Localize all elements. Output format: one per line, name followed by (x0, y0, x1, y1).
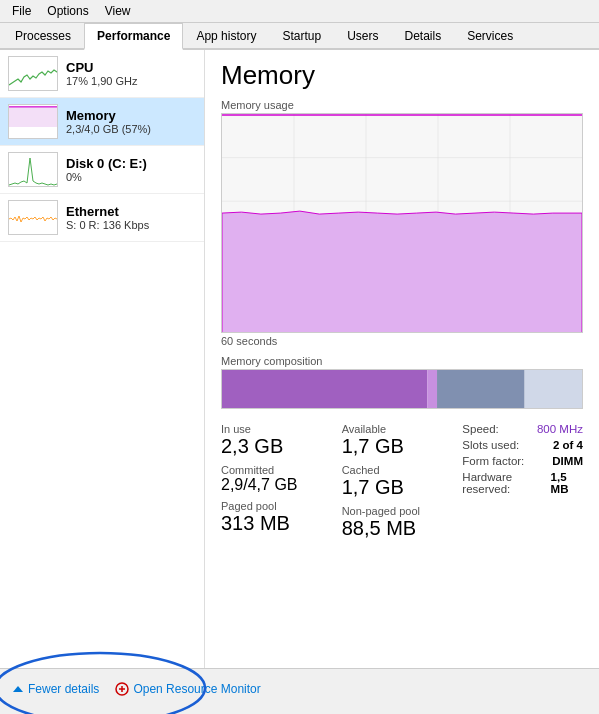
slots-row: Slots used: 2 of 4 (462, 439, 583, 451)
chevron-up-icon (12, 683, 24, 695)
memory-thumbnail (8, 104, 58, 139)
stat-col-1: In use 2,3 GB Committed 2,9/4,7 GB Paged… (221, 423, 342, 540)
resource-monitor-icon (115, 682, 129, 696)
cached-label: Cached (342, 464, 463, 476)
available-label: Available (342, 423, 463, 435)
stat-col-2: Available 1,7 GB Cached 1,7 GB Non-paged… (342, 423, 463, 540)
hw-reserved-value: 1,5 MB (551, 471, 583, 495)
speed-value: 800 MHz (537, 423, 583, 435)
detail-panel: Memory Memory usage (205, 50, 599, 668)
cpu-value: 17% 1,90 GHz (66, 75, 196, 87)
svg-rect-2 (9, 127, 58, 138)
sidebar-item-ethernet[interactable]: Ethernet S: 0 R: 136 Kbps (0, 194, 204, 242)
form-label: Form factor: (462, 455, 524, 467)
available-value: 1,7 GB (342, 435, 463, 458)
cpu-thumbnail (8, 56, 58, 91)
committed-label: Committed (221, 464, 342, 476)
non-paged-pool-value: 88,5 MB (342, 517, 463, 540)
bottom-wrapper: Fewer details Open Resource Monitor (0, 668, 599, 708)
form-value: DIMM (552, 455, 583, 467)
tab-services[interactable]: Services (454, 23, 526, 50)
menu-file[interactable]: File (4, 2, 39, 20)
sidebar-item-cpu[interactable]: CPU 17% 1,90 GHz (0, 50, 204, 98)
tab-users[interactable]: Users (334, 23, 391, 50)
usage-chart-box (221, 113, 583, 333)
stat-non-paged-pool: Non-paged pool 88,5 MB (342, 505, 463, 540)
svg-rect-13 (222, 370, 427, 408)
stat-committed: Committed 2,9/4,7 GB (221, 464, 342, 494)
committed-value: 2,9/4,7 GB (221, 476, 342, 494)
composition-label: Memory composition (221, 355, 583, 367)
detail-title: Memory (221, 60, 583, 91)
ethernet-name: Ethernet (66, 204, 196, 219)
menu-options[interactable]: Options (39, 2, 96, 20)
cached-value: 1,7 GB (342, 476, 463, 499)
in-use-label: In use (221, 423, 342, 435)
usage-label: Memory usage (221, 99, 583, 111)
ethernet-value: S: 0 R: 136 Kbps (66, 219, 196, 231)
usage-chart-section: Memory usage (221, 99, 583, 351)
menu-view[interactable]: View (97, 2, 139, 20)
tab-bar: Processes Performance App history Startu… (0, 23, 599, 50)
non-paged-pool-label: Non-paged pool (342, 505, 463, 517)
info-col: Speed: 800 MHz Slots used: 2 of 4 Form f… (462, 423, 583, 540)
fewer-details-label: Fewer details (28, 682, 99, 696)
stat-cached: Cached 1,7 GB (342, 464, 463, 499)
memory-info: Memory 2,3/4,0 GB (57%) (66, 108, 196, 135)
sidebar-item-disk[interactable]: Disk 0 (C: E:) 0% (0, 146, 204, 194)
sidebar-item-memory[interactable]: Memory 2,3/4,0 GB (57%) (0, 98, 204, 146)
svg-rect-16 (525, 370, 582, 408)
stat-in-use: In use 2,3 GB (221, 423, 342, 458)
hw-reserved-row: Hardware reserved: 1,5 MB (462, 471, 583, 495)
open-resource-monitor-button[interactable]: Open Resource Monitor (115, 682, 260, 696)
svg-rect-14 (427, 370, 437, 408)
in-use-value: 2,3 GB (221, 435, 342, 458)
speed-row: Speed: 800 MHz (462, 423, 583, 435)
menu-bar: File Options View (0, 0, 599, 23)
stats-grid: In use 2,3 GB Committed 2,9/4,7 GB Paged… (221, 423, 583, 540)
disk-info: Disk 0 (C: E:) 0% (66, 156, 196, 183)
cpu-info: CPU 17% 1,90 GHz (66, 60, 196, 87)
open-resource-monitor-label: Open Resource Monitor (133, 682, 260, 696)
speed-label: Speed: (462, 423, 498, 435)
tab-performance[interactable]: Performance (84, 23, 183, 50)
tab-startup[interactable]: Startup (269, 23, 334, 50)
stat-paged-pool: Paged pool 313 MB (221, 500, 342, 535)
sidebar: CPU 17% 1,90 GHz Memory 2,3/4,0 GB (57%) (0, 50, 205, 668)
bottom-bar: Fewer details Open Resource Monitor (0, 668, 599, 708)
ethernet-thumbnail (8, 200, 58, 235)
disk-thumbnail (8, 152, 58, 187)
disk-value: 0% (66, 171, 196, 183)
slots-label: Slots used: (462, 439, 519, 451)
svg-marker-17 (13, 686, 23, 692)
svg-rect-1 (9, 107, 58, 127)
hw-reserved-label: Hardware reserved: (462, 471, 550, 495)
main-content: CPU 17% 1,90 GHz Memory 2,3/4,0 GB (57%) (0, 50, 599, 668)
stat-available: Available 1,7 GB (342, 423, 463, 458)
paged-pool-value: 313 MB (221, 512, 342, 535)
tab-app-history[interactable]: App history (183, 23, 269, 50)
disk-name: Disk 0 (C: E:) (66, 156, 196, 171)
time-label: 60 seconds (221, 335, 583, 347)
composition-chart-section: Memory composition (221, 355, 583, 409)
fewer-details-button[interactable]: Fewer details (12, 682, 99, 696)
paged-pool-label: Paged pool (221, 500, 342, 512)
slots-value: 2 of 4 (553, 439, 583, 451)
cpu-name: CPU (66, 60, 196, 75)
ethernet-info: Ethernet S: 0 R: 136 Kbps (66, 204, 196, 231)
svg-rect-15 (437, 370, 525, 408)
composition-chart-box (221, 369, 583, 409)
memory-value: 2,3/4,0 GB (57%) (66, 123, 196, 135)
form-row: Form factor: DIMM (462, 455, 583, 467)
tab-details[interactable]: Details (391, 23, 454, 50)
memory-name: Memory (66, 108, 196, 123)
tab-processes[interactable]: Processes (2, 23, 84, 50)
